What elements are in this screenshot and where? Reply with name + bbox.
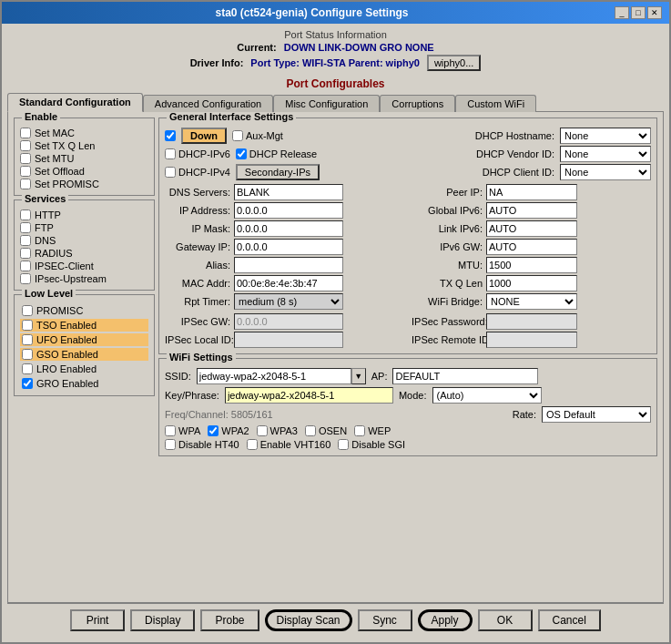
dhcp-ipv4-label[interactable]: DHCP-IPv4 — [165, 167, 230, 178]
wifi-bridge-select[interactable]: NONE — [486, 293, 577, 310]
tab-advanced[interactable]: Advanced Configuration — [143, 95, 273, 112]
aux-mgt-checkbox[interactable] — [232, 130, 243, 141]
set-mtu-checkbox[interactable] — [20, 153, 31, 164]
set-txqlen-checkbox[interactable] — [20, 140, 31, 151]
osen-text: OSEN — [319, 425, 347, 436]
tab-corruptions[interactable]: Corruptions — [380, 95, 455, 112]
radius-checkbox[interactable] — [20, 248, 31, 259]
cancel-button[interactable]: Cancel — [538, 609, 601, 631]
port-status-title: Port Status Information — [7, 29, 664, 40]
dhcp-ipv6-checkbox[interactable] — [165, 148, 176, 159]
wpa-label[interactable]: WPA — [165, 425, 200, 436]
ipsec-client-checkbox[interactable] — [20, 261, 31, 271]
ipsec-gw-input[interactable] — [234, 313, 343, 330]
dhcp-release-label[interactable]: DHCP Release — [236, 148, 317, 159]
mtu-input[interactable] — [486, 257, 577, 273]
close-button[interactable]: ✕ — [647, 6, 662, 19]
http-checkbox[interactable] — [20, 210, 31, 220]
tab-misc[interactable]: Misc Configuration — [273, 95, 380, 112]
port-status-current-row: Current: DOWN LINK-DOWN GRO NONE — [7, 42, 664, 53]
enable-vht160-label[interactable]: Enable VHT160 — [247, 439, 331, 450]
display-button[interactable]: Display — [130, 609, 195, 631]
ll-promisc-checkbox[interactable] — [22, 305, 33, 316]
disable-sgi-checkbox[interactable] — [338, 439, 349, 450]
tx-q-len-input[interactable] — [486, 275, 577, 291]
wpa3-label[interactable]: WPA3 — [257, 425, 298, 436]
gateway-ip-input[interactable] — [234, 239, 343, 255]
minimize-button[interactable]: _ — [615, 6, 629, 19]
ok-button[interactable]: OK — [478, 609, 533, 631]
ssid-dropdown-arrow[interactable]: ▼ — [351, 368, 366, 384]
ssid-input[interactable] — [197, 368, 351, 384]
print-button[interactable]: Print — [70, 609, 125, 631]
ipsec-upstream-checkbox[interactable] — [20, 273, 31, 284]
ll-gso-checkbox[interactable] — [22, 349, 33, 360]
ll-tso-checkbox[interactable] — [22, 320, 33, 331]
wpa2-checkbox[interactable] — [208, 425, 219, 436]
wifi-settings-section: WiFi Settings SSID: ▼ AP: — [158, 358, 657, 456]
window-body: Port Status Information Current: DOWN LI… — [2, 24, 669, 642]
osen-checkbox[interactable] — [305, 425, 316, 436]
ipsec-local-input[interactable] — [234, 332, 343, 348]
keyphrase-input[interactable] — [225, 387, 393, 404]
down-button[interactable]: Down — [181, 128, 227, 144]
keyphrase-label: Key/Phrase: — [165, 390, 219, 401]
secondary-ips-button[interactable]: Secondary-IPs — [236, 164, 320, 180]
driver-value: Port Type: WIFI-STA Parent: wiphy0 — [250, 57, 420, 68]
disable-ht40-label[interactable]: Disable HT40 — [165, 439, 239, 450]
wiphy-button[interactable]: wiphy0... — [427, 55, 481, 71]
dhcp-vendor-select[interactable]: None — [560, 146, 651, 162]
enable-vht160-checkbox[interactable] — [247, 439, 258, 450]
set-mac-checkbox[interactable] — [20, 128, 31, 138]
set-promisc-checkbox[interactable] — [20, 179, 31, 189]
peer-ip-input[interactable] — [486, 184, 577, 200]
down-checkbox[interactable] — [165, 130, 176, 141]
display-scan-button[interactable]: Display Scan — [265, 609, 352, 631]
wpa3-checkbox[interactable] — [257, 425, 268, 436]
down-checkbox-label[interactable] — [165, 130, 176, 141]
apply-button[interactable]: Apply — [418, 609, 473, 631]
tab-standard[interactable]: Standard Configuration — [7, 93, 143, 112]
ap-input[interactable] — [392, 368, 538, 384]
disable-ht40-checkbox[interactable] — [165, 439, 176, 450]
ll-ufo-checkbox[interactable] — [22, 334, 33, 345]
rpt-timer-select[interactable]: medium (8 s) — [234, 293, 343, 310]
link-ipv6-input[interactable] — [486, 220, 577, 237]
maximize-button[interactable]: □ — [631, 6, 646, 19]
ll-gro-checkbox[interactable] — [22, 378, 33, 389]
wpa-checkbox[interactable] — [165, 425, 176, 436]
dhcp-hostname-select[interactable]: None — [560, 128, 651, 144]
dns-input[interactable] — [234, 184, 343, 200]
mac-addr-input[interactable] — [234, 275, 343, 291]
ipv6-gw-input[interactable] — [486, 239, 577, 255]
link-ipv6-label: Link IPv6: — [412, 223, 483, 234]
low-level-group-title: Low Level — [22, 288, 76, 299]
ipsec-remote-input[interactable] — [486, 332, 577, 348]
dhcp-ipv4-checkbox[interactable] — [165, 167, 176, 178]
alias-input[interactable] — [234, 257, 343, 273]
wep-checkbox[interactable] — [354, 425, 365, 436]
dhcp-client-select[interactable]: None — [560, 164, 651, 180]
disable-sgi-label[interactable]: Disable SGI — [338, 439, 405, 450]
mode-select[interactable]: (Auto) — [432, 387, 542, 404]
aux-mgt-label[interactable]: Aux-Mgt — [232, 130, 283, 141]
sync-button[interactable]: Sync — [358, 609, 412, 631]
ipsec-password-input[interactable] — [486, 313, 577, 330]
dhcp-release-checkbox[interactable] — [236, 148, 247, 159]
osen-label[interactable]: OSEN — [305, 425, 347, 436]
ll-lro-checkbox[interactable] — [22, 363, 33, 374]
gateway-ip-label: Gateway IP: — [165, 241, 230, 252]
svc-ipsec-upstream: IPsec-Upstream — [20, 273, 148, 284]
dns-checkbox[interactable] — [20, 235, 31, 246]
set-offload-checkbox[interactable] — [20, 166, 31, 177]
wep-label[interactable]: WEP — [354, 425, 391, 436]
tab-custom-wifi[interactable]: Custom WiFi — [455, 95, 536, 112]
wpa2-label[interactable]: WPA2 — [208, 425, 249, 436]
ip-address-input[interactable] — [234, 202, 343, 219]
ip-mask-input[interactable] — [234, 220, 343, 237]
probe-button[interactable]: Probe — [200, 609, 259, 631]
dhcp-ipv6-label[interactable]: DHCP-IPv6 — [165, 148, 230, 159]
global-ipv6-input[interactable] — [486, 202, 577, 219]
rate-select[interactable]: OS Default — [542, 406, 651, 423]
ftp-checkbox[interactable] — [20, 222, 31, 233]
